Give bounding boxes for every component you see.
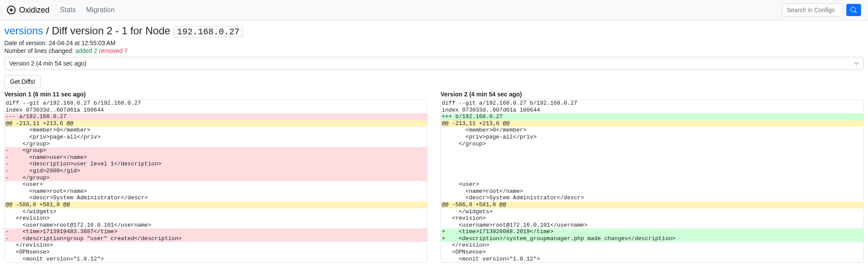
diff-line: - </group> — [5, 175, 427, 181]
diff-line: diff --git a/192.168.0.27 b/192.168.0.27 — [441, 100, 863, 107]
search-input[interactable] — [782, 3, 843, 16]
diff-line: <OPNsense> — [441, 249, 863, 256]
diff-line: <monit version="1.0.12"> — [441, 256, 863, 263]
diff-line: <priv>page-all</priv> — [5, 134, 427, 141]
diff-line: @@ -586,8 +581,8 @@ — [441, 201, 863, 208]
diff-line: @@ -213,11 +213,6 @@ — [5, 120, 427, 127]
diff-column-right: Version 2 (4 min 54 sec ago) diff --git … — [441, 91, 864, 263]
date-value: 24-04-24 at 12:55:03 AM — [49, 40, 115, 46]
diff-line: </widgets> — [441, 208, 863, 215]
removed-count: removed 7 — [99, 47, 128, 54]
diff-line — [441, 147, 863, 154]
diff-line: - <description>user level 1</description… — [5, 161, 427, 168]
diff-line: <user> — [441, 181, 863, 188]
navbar-right — [782, 3, 861, 16]
navbar-left: Oxidized Stats Migration — [7, 6, 115, 15]
diff-line: +++ b/192.168.0.27 — [441, 113, 863, 120]
diff-line: - <group> — [5, 147, 427, 154]
oxidized-logo-icon — [7, 6, 16, 14]
diff-line: index 073033d..607d61a 100644 — [441, 107, 863, 114]
brand-link[interactable]: Oxidized — [7, 6, 49, 15]
diff-line: <priv>page-all</priv> — [441, 134, 863, 141]
nav-link-stats[interactable]: Stats — [60, 6, 76, 14]
diff-line: @@ -213,11 +213,6 @@ — [441, 120, 863, 127]
lines-changed-line: Number of lines changed: added 2 removed… — [4, 47, 864, 54]
diff-line: </group> — [441, 141, 863, 148]
diff-line: <name>root</name> — [5, 188, 427, 195]
get-diffs-button[interactable]: Get Diffs! — [4, 75, 41, 88]
diff-line: - <time>1713919483.3887</time> — [5, 228, 427, 235]
diff-line — [441, 161, 863, 168]
diff-line: <member>0</member> — [5, 127, 427, 134]
diff-line: <name>root</name> — [441, 188, 863, 195]
diff-line — [441, 175, 863, 181]
diff-line: <member>0</member> — [441, 127, 863, 134]
diff-line: </revision> — [441, 242, 863, 249]
diff-column-left: Version 1 (6 min 11 sec ago) diff --git … — [4, 91, 427, 263]
diff-line: - <name>user</name> — [5, 154, 427, 161]
search-button[interactable] — [846, 4, 861, 16]
brand-text: Oxidized — [19, 6, 49, 15]
diff-line: + <time>1713920088.2019</time> — [441, 228, 863, 235]
version-select[interactable]: Version 2 (4 min 54 sec ago) — [4, 57, 864, 70]
navbar: Oxidized Stats Migration — [0, 0, 868, 20]
added-count: added 2 — [75, 47, 97, 54]
search-icon — [851, 7, 857, 13]
diff-line: <revision> — [5, 215, 427, 222]
diff-line: <descr>System Administrator</descr> — [5, 195, 427, 201]
diff-line: </revision> — [5, 242, 427, 249]
diff-line: diff --git a/192.168.0.27 b/192.168.0.27 — [5, 100, 427, 107]
diff-line: <revision> — [441, 215, 863, 222]
lines-label: Number of lines changed: — [4, 47, 75, 54]
versions-link[interactable]: versions — [4, 25, 43, 36]
diff-line — [441, 168, 863, 175]
diff-box-left: diff --git a/192.168.0.27 b/192.168.0.27… — [4, 99, 427, 263]
diff-line: </widgets> — [5, 208, 427, 215]
diff-line: <descr>System Administrator</descr> — [441, 195, 863, 201]
diff-columns: Version 1 (6 min 11 sec ago) diff --git … — [4, 91, 864, 263]
date-label: Date of version: — [4, 40, 49, 46]
right-column-title: Version 2 (4 min 54 sec ago) — [441, 91, 864, 98]
diff-line: <username>root@172.16.0.101</username> — [5, 222, 427, 229]
diff-line: <OPNsense> — [5, 249, 427, 256]
diff-line: - <description>group "user" created</des… — [5, 235, 427, 242]
diff-line: <user> — [5, 181, 427, 188]
diff-line: - <gid>2000</gid> — [5, 168, 427, 175]
diff-line: --- a/192.168.0.27 — [5, 113, 427, 120]
title-separator: / — [43, 25, 52, 36]
main-container: versions / Diff version 2 - 1 for Node 1… — [0, 20, 868, 271]
diff-line: @@ -586,8 +581,8 @@ — [5, 201, 427, 208]
diff-label: Diff version 2 - 1 for Node — [52, 25, 173, 36]
diff-box-right: diff --git a/192.168.0.27 b/192.168.0.27… — [441, 99, 864, 263]
diff-line: + <description>/system_groupmanager.php … — [441, 235, 863, 242]
node-badge: 192.168.0.27 — [173, 26, 243, 38]
left-column-title: Version 1 (6 min 11 sec ago) — [4, 91, 427, 98]
diff-line: <username>root@172.16.0.101</username> — [441, 222, 863, 229]
page-title: versions / Diff version 2 - 1 for Node 1… — [4, 25, 864, 38]
diff-line — [441, 154, 863, 161]
diff-line: </group> — [5, 141, 427, 148]
diff-line: <monit version="1.0.12"> — [5, 256, 427, 263]
nav-link-migration[interactable]: Migration — [86, 6, 115, 14]
diff-line: index 073033d..607d61a 100644 — [5, 107, 427, 114]
date-line: Date of version: 24-04-24 at 12:55:03 AM — [4, 40, 864, 46]
